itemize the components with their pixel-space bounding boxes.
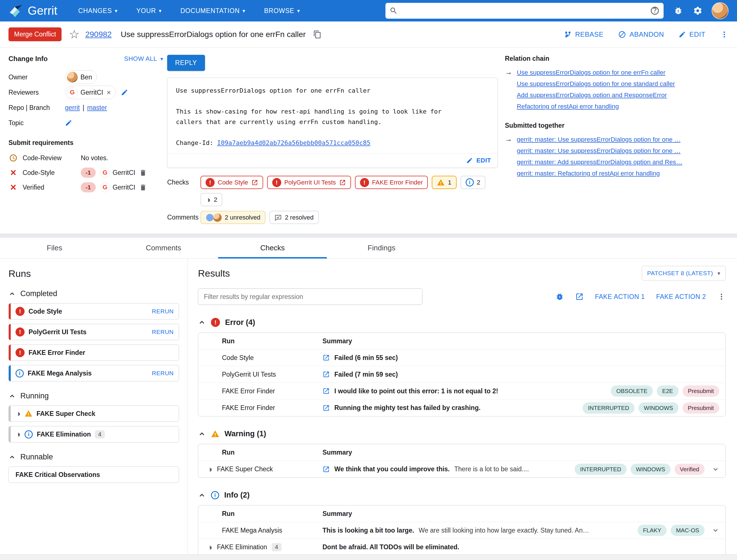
result-row[interactable]: FAKE Error Finder Running the mighty tes…: [198, 400, 725, 416]
submitted-together-link[interactable]: gerrit: master: Refactoring of restApi e…: [517, 168, 660, 179]
fake-action-2-button[interactable]: FAKE ACTION 2: [656, 293, 706, 301]
edit-topic-icon[interactable]: [65, 119, 72, 127]
run-card-polygerrit-ui-tests[interactable]: ! PolyGerrit UI Tests RERUN: [8, 324, 179, 340]
rerun-button[interactable]: RERUN: [152, 308, 174, 315]
gerrit-home-link[interactable]: Gerrit: [8, 3, 57, 18]
tab-files[interactable]: Files: [0, 238, 109, 258]
run-card-fake-critical-observations[interactable]: FAKE Critical Observations: [8, 466, 179, 483]
patchset-dropdown[interactable]: PATCHSET 8 (LATEST) ▾: [642, 266, 726, 281]
run-card-fake-mega-analysis[interactable]: i FAKE Mega Analysis RERUN: [8, 365, 179, 381]
nav-changes[interactable]: CHANGES▾: [78, 7, 118, 15]
delete-vote-icon[interactable]: [139, 169, 147, 177]
submitted-together-link[interactable]: gerrit: master: Use suppressErrorDialogs…: [517, 145, 680, 157]
chevron-up-icon[interactable]: [198, 491, 206, 499]
vote-chip[interactable]: -1: [81, 182, 96, 192]
report-bug-icon[interactable]: [555, 292, 564, 301]
rerun-button[interactable]: RERUN: [152, 329, 174, 335]
tab-checks[interactable]: Checks: [218, 238, 327, 258]
rebase-button[interactable]: REBASE: [564, 31, 603, 38]
vote-chip[interactable]: -1: [81, 168, 96, 178]
chevron-up-icon[interactable]: [8, 290, 16, 298]
result-tag[interactable]: E2E: [657, 385, 679, 397]
external-link-icon[interactable]: [323, 404, 330, 412]
chevron-up-icon[interactable]: [198, 430, 206, 438]
settings-gear-icon[interactable]: [693, 6, 703, 16]
edit-reviewers-icon[interactable]: [121, 89, 128, 96]
show-all-button[interactable]: SHOW ALL▾: [124, 55, 163, 62]
change-number-link[interactable]: 290982: [85, 30, 112, 39]
result-tag[interactable]: INTERRUPTED: [575, 464, 627, 475]
reviewer-chip[interactable]: G GerritCI ×: [65, 86, 116, 99]
more-options-icon[interactable]: [720, 30, 729, 39]
run-card-fake-error-finder[interactable]: ! FAKE Error Finder: [8, 344, 179, 361]
reply-button[interactable]: REPLY: [167, 55, 205, 71]
report-bug-icon[interactable]: [674, 6, 683, 15]
info-count-chip[interactable]: i 2: [460, 176, 485, 189]
info-section-header[interactable]: i Info (2): [198, 491, 726, 500]
edit-commit-message-button[interactable]: EDIT: [466, 157, 491, 164]
running-section-header[interactable]: Running: [8, 392, 179, 400]
result-tag[interactable]: INTERRUPTED: [582, 402, 634, 414]
result-tag[interactable]: Presubmit: [682, 402, 719, 414]
fake-action-1-button[interactable]: FAKE ACTION 1: [595, 293, 645, 301]
result-row[interactable]: Code Style Failed (6 min 55 sec): [198, 350, 725, 366]
relation-chain-link[interactable]: Refactoring of restApi error handling: [517, 101, 619, 112]
run-card-code-style[interactable]: ! Code Style RERUN: [8, 303, 179, 320]
rerun-button[interactable]: RERUN: [152, 370, 174, 377]
more-options-icon[interactable]: [717, 292, 726, 301]
check-chip-fake-error-finder[interactable]: ! FAKE Error Finder: [355, 176, 428, 189]
tab-comments[interactable]: Comments: [109, 238, 218, 258]
help-icon[interactable]: [650, 6, 660, 16]
search-bar[interactable]: [385, 3, 664, 19]
relation-chain-link[interactable]: Add suppressErrorDialogs option and Resp…: [517, 90, 667, 101]
result-tag[interactable]: WINDOWS: [638, 402, 679, 414]
chevron-up-icon[interactable]: [198, 318, 206, 326]
unresolved-comments-chip[interactable]: 2 unresolved: [201, 211, 266, 224]
delete-vote-icon[interactable]: [139, 184, 147, 191]
star-icon[interactable]: ☆: [69, 29, 80, 40]
abandon-button[interactable]: ABANDON: [618, 31, 664, 38]
result-tag[interactable]: MAC-OS: [671, 525, 705, 536]
warning-count-chip[interactable]: 1: [432, 176, 456, 189]
external-link-icon[interactable]: [323, 466, 330, 473]
search-input[interactable]: [402, 7, 646, 15]
completed-section-header[interactable]: Completed: [8, 289, 179, 298]
chevron-up-icon[interactable]: [8, 453, 16, 461]
result-tag[interactable]: Presubmit: [682, 385, 719, 397]
branch-link[interactable]: master: [87, 104, 107, 112]
result-tag[interactable]: Verified: [675, 464, 705, 475]
result-tag[interactable]: WINDOWS: [630, 464, 671, 475]
relation-chain-link[interactable]: Use suppressErrorDialogs option for one …: [517, 78, 675, 90]
result-row[interactable]: FAKE Mega Analysis This is looking a bit…: [198, 522, 725, 539]
repo-link[interactable]: gerrit: [65, 104, 80, 112]
remove-reviewer-icon[interactable]: ×: [107, 88, 111, 97]
run-card-fake-elimination[interactable]: ◑ i FAKE Elimination 4: [8, 426, 179, 442]
user-avatar[interactable]: [712, 2, 729, 19]
external-link-icon[interactable]: [323, 354, 330, 361]
result-row[interactable]: ◑ FAKE Super Check We think that you cou…: [198, 461, 725, 477]
filter-results-input[interactable]: [198, 288, 422, 305]
nav-browse[interactable]: BROWSE▾: [264, 7, 300, 15]
check-chip-code-style[interactable]: ! Code Style: [201, 176, 263, 189]
check-chip-polygerrit-ui-tests[interactable]: ! PolyGerrit UI Tests: [267, 176, 351, 189]
external-link-icon[interactable]: [575, 292, 584, 301]
external-link-icon[interactable]: [323, 371, 330, 378]
result-row[interactable]: PolyGerrit UI Tests Failed (7 min 59 sec…: [198, 366, 725, 383]
nav-documentation[interactable]: DOCUMENTATION▾: [181, 7, 246, 15]
run-card-fake-super-check[interactable]: ◑ FAKE Super Check: [8, 405, 179, 422]
result-row[interactable]: FAKE Error Finder I would like to point …: [198, 383, 725, 400]
nav-your[interactable]: YOUR▾: [136, 7, 162, 15]
tab-findings[interactable]: Findings: [327, 238, 436, 258]
result-tag[interactable]: FLAKY: [638, 525, 667, 536]
result-tag[interactable]: OBSOLETE: [611, 385, 653, 397]
running-count-chip[interactable]: ◑ 2: [201, 193, 222, 206]
resolved-comments-chip[interactable]: 2 resolved: [270, 211, 319, 224]
horizontal-scrollbar[interactable]: [0, 554, 737, 560]
result-row[interactable]: ◑ FAKE Elimination 4 Dont be afraid. All…: [198, 539, 725, 555]
submitted-together-link[interactable]: gerrit: master: Add suppressErrorDialogs…: [517, 157, 682, 168]
warning-section-header[interactable]: Warning (1): [198, 429, 726, 438]
copy-icon[interactable]: [313, 30, 322, 39]
expand-row-chevron-icon[interactable]: [712, 527, 719, 534]
change-id-link[interactable]: I09a7aeb9a4d02ab726a56bebb00a571cca050c8…: [217, 139, 370, 146]
error-section-header[interactable]: ! Error (4): [198, 318, 726, 327]
